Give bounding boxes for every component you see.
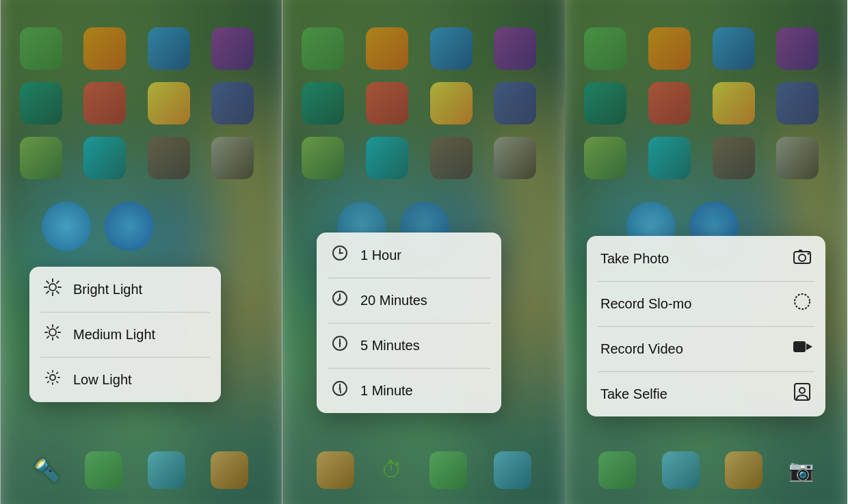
dock-icon[interactable] — [429, 451, 467, 489]
slomo-icon — [793, 293, 812, 315]
low-light-item[interactable]: Low Light — [29, 357, 221, 402]
app-icon[interactable] — [148, 27, 190, 70]
app-icon[interactable] — [430, 137, 473, 179]
app-icon[interactable] — [584, 137, 626, 179]
dock-icon[interactable] — [85, 451, 122, 489]
app-icon[interactable] — [211, 82, 254, 124]
app-icon[interactable] — [584, 27, 626, 70]
record-video-label: Record Video — [600, 341, 782, 357]
app-icon[interactable] — [648, 137, 691, 179]
app-icon[interactable] — [713, 27, 755, 70]
svg-point-38 — [339, 343, 341, 345]
app-icon[interactable] — [776, 137, 819, 179]
app-icon[interactable] — [302, 27, 344, 70]
svg-point-0 — [49, 284, 56, 291]
20-minutes-label: 20 Minutes — [360, 293, 488, 308]
app-icon[interactable] — [776, 27, 819, 70]
app-icon[interactable] — [366, 137, 408, 179]
svg-marker-49 — [806, 343, 812, 350]
dock-icon[interactable] — [317, 451, 354, 489]
camera-icon — [793, 249, 812, 268]
camera-context-menu: Take Photo Record Slo-mo Record Video — [587, 236, 825, 416]
app-icon[interactable] — [302, 137, 344, 179]
svg-line-16 — [57, 327, 58, 328]
app-icon[interactable] — [494, 27, 536, 70]
svg-rect-45 — [799, 250, 802, 252]
dock-icon[interactable] — [598, 451, 636, 489]
record-slomo-label: Record Slo-mo — [600, 296, 782, 312]
svg-line-23 — [48, 373, 49, 374]
app-icon[interactable] — [148, 137, 190, 179]
app-icon[interactable] — [366, 27, 408, 70]
app-icon[interactable] — [430, 27, 473, 70]
record-slomo-item[interactable]: Record Slo-mo — [587, 281, 825, 326]
app-icon[interactable] — [648, 82, 691, 124]
flashlight-icon[interactable]: 🔦 — [34, 459, 59, 481]
app-icon[interactable] — [366, 82, 408, 124]
dock-icon[interactable] — [148, 451, 185, 489]
camera-bottom-icon[interactable]: 📷 — [789, 458, 814, 482]
svg-point-30 — [339, 252, 341, 254]
app-icon[interactable] — [494, 82, 536, 124]
svg-rect-48 — [793, 341, 806, 352]
svg-point-51 — [799, 388, 805, 393]
app-icon[interactable] — [20, 137, 62, 179]
5-minutes-item[interactable]: 5 Minutes — [317, 323, 501, 368]
app-icon[interactable] — [83, 137, 126, 179]
app-icon[interactable] — [20, 82, 62, 124]
take-selfie-label: Take Selfie — [600, 386, 782, 402]
dock-icon[interactable] — [662, 451, 700, 489]
medium-light-item[interactable]: Medium Light — [29, 312, 221, 357]
app-icon-grid — [282, 14, 565, 193]
clock-full-icon — [330, 244, 349, 266]
take-photo-item[interactable]: Take Photo — [587, 236, 825, 281]
take-photo-label: Take Photo — [600, 251, 782, 267]
dock: 🔦 — [1, 442, 282, 504]
app-icon[interactable] — [83, 27, 126, 70]
timer-icon[interactable]: ⏱ — [381, 457, 403, 483]
record-video-item[interactable]: Record Video — [587, 326, 825, 371]
svg-line-14 — [47, 327, 49, 328]
video-icon — [793, 339, 812, 358]
svg-point-9 — [49, 329, 56, 336]
app-icon[interactable] — [20, 27, 62, 70]
app-icon[interactable] — [713, 137, 755, 179]
dock: 📷 — [565, 442, 847, 504]
dock-icon[interactable] — [494, 451, 531, 489]
circle-icon[interactable] — [105, 202, 154, 251]
app-icon[interactable] — [83, 82, 126, 124]
svg-line-17 — [47, 336, 49, 338]
5-minutes-label: 5 Minutes — [360, 338, 488, 354]
selfie-icon — [793, 383, 812, 405]
low-light-label: Low Light — [73, 372, 207, 388]
1-minute-item[interactable]: 1 Minute — [317, 368, 501, 413]
svg-point-34 — [339, 297, 341, 300]
dock-icon[interactable] — [211, 451, 248, 489]
app-icon[interactable] — [713, 82, 755, 124]
circle-icon[interactable] — [42, 202, 91, 251]
panel-flashlight: Bright Light Medium Light — [0, 0, 282, 504]
panel-camera: Take Photo Record Slo-mo Record Video — [565, 0, 847, 504]
app-icon[interactable] — [494, 137, 536, 179]
app-icon[interactable] — [776, 82, 819, 124]
svg-point-46 — [808, 253, 810, 255]
1-hour-label: 1 Hour — [360, 248, 488, 263]
dock-icon[interactable] — [725, 451, 763, 489]
svg-line-7 — [57, 281, 59, 283]
clock-1-icon — [330, 380, 349, 401]
20-minutes-item[interactable]: 20 Minutes — [317, 278, 501, 323]
timer-context-menu: 1 Hour 20 Minutes — [317, 233, 501, 413]
svg-point-44 — [799, 254, 806, 261]
app-icon[interactable] — [211, 27, 254, 70]
app-icon[interactable] — [302, 82, 344, 124]
app-icon[interactable] — [430, 82, 473, 124]
bright-light-item[interactable]: Bright Light — [29, 267, 221, 312]
svg-line-25 — [57, 373, 58, 374]
sun-low-icon — [43, 369, 62, 390]
app-icon[interactable] — [584, 82, 626, 124]
app-icon[interactable] — [211, 137, 254, 179]
take-selfie-item[interactable]: Take Selfie — [587, 371, 825, 416]
app-icon[interactable] — [648, 27, 691, 70]
1-hour-item[interactable]: 1 Hour — [317, 233, 501, 278]
app-icon[interactable] — [148, 82, 190, 124]
